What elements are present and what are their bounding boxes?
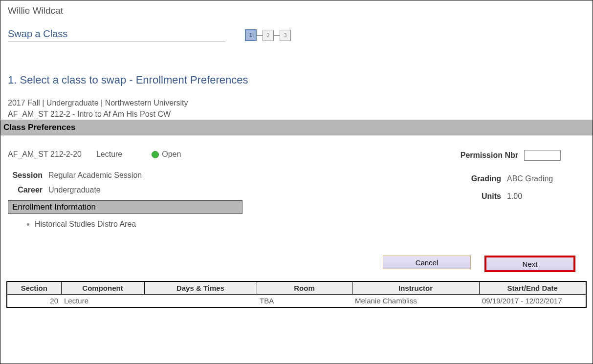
- class-section-row: AF_AM_ST 212-2-20 Lecture Open: [8, 150, 326, 159]
- cell-instructor: Melanie Chambliss: [352, 295, 479, 307]
- step-connector: [257, 35, 263, 36]
- col-start-end: Start/End Date: [479, 282, 586, 295]
- class-component: Lecture: [96, 150, 122, 159]
- class-preferences-heading: Class Preferences: [0, 120, 593, 135]
- col-section: Section: [7, 282, 61, 295]
- term-context: 2017 Fall | Undergraduate | Northwestern…: [0, 99, 593, 110]
- sections-table: Section Component Days & Times Room Inst…: [6, 281, 587, 308]
- units-value: 1.00: [507, 192, 561, 201]
- permission-nbr-label: Permission Nbr: [461, 151, 518, 160]
- col-component: Component: [61, 282, 144, 295]
- col-days-times: Days & Times: [144, 282, 257, 295]
- next-button[interactable]: Next: [484, 256, 575, 272]
- enrollment-info-heading: Enrollment Information: [8, 200, 242, 214]
- permission-nbr-input[interactable]: [524, 150, 561, 161]
- col-instructor: Instructor: [352, 282, 479, 295]
- class-section-id: AF_AM_ST 212-2-20: [8, 150, 82, 159]
- user-name: Willie Wildcat: [0, 0, 593, 28]
- enrollment-info-list: Historical Studies Distro Area: [8, 214, 326, 243]
- cell-section: 20: [7, 295, 61, 307]
- step-3: 3: [280, 30, 291, 41]
- step-1: 1: [245, 29, 257, 41]
- cell-room: TBA: [257, 295, 352, 307]
- table-row: 20 Lecture TBA Melanie Chambliss 09/19/2…: [7, 295, 586, 307]
- cell-component: Lecture: [61, 295, 144, 307]
- enrollment-info-item: Historical Studies Distro Area: [35, 220, 136, 228]
- units-label: Units: [468, 192, 507, 201]
- step-heading: 1. Select a class to swap - Enrollment P…: [0, 42, 593, 99]
- step-2: 2: [263, 30, 274, 41]
- class-status: Open: [162, 150, 181, 159]
- step-connector: [274, 35, 280, 36]
- class-identifier: AF_AM_ST 212-2 - Intro to Af Am His Post…: [0, 110, 593, 120]
- progress-stepper: 1 2 3: [245, 29, 291, 41]
- cancel-button[interactable]: Cancel: [383, 256, 471, 269]
- col-room: Room: [257, 282, 352, 295]
- page-title: Swap a Class: [8, 28, 225, 42]
- list-item: Historical Studies Distro Area: [35, 220, 326, 229]
- status-open-icon: [152, 151, 159, 158]
- cell-start-end: 09/19/2017 - 12/02/2017: [479, 295, 586, 307]
- cell-days-times: [144, 295, 257, 307]
- grading-label: Grading: [468, 174, 507, 183]
- session-label: Session: [12, 171, 48, 180]
- career-label: Career: [12, 186, 48, 194]
- career-value: Undergraduate: [48, 186, 101, 194]
- session-value: Regular Academic Session: [48, 171, 142, 180]
- grading-value: ABC Grading: [507, 174, 561, 183]
